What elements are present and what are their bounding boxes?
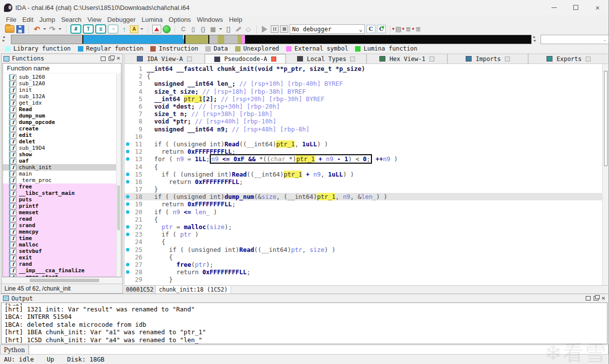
- function-row[interactable]: fsub_19D4: [3, 145, 117, 151]
- function-row[interactable]: ffree: [3, 183, 117, 190]
- code-line[interactable]: 20 if ( n9 <= len_ ): [124, 208, 603, 216]
- menu-jump[interactable]: Jump: [36, 16, 58, 23]
- function-row[interactable]: fmain: [3, 171, 117, 177]
- code-line[interactable]: 29 }: [124, 276, 603, 283]
- function-row[interactable]: fRead: [3, 106, 117, 113]
- script-c-icon[interactable]: C: [179, 25, 187, 33]
- menu-debugger[interactable]: Debugger: [104, 16, 138, 23]
- function-row[interactable]: f__imp___cxa_finalize: [3, 267, 117, 274]
- menu-lumina[interactable]: Lumina: [138, 16, 166, 23]
- code-line[interactable]: 5 __int64 ptr_1[2]; // [rsp+20h] [rbp-30…: [124, 95, 603, 103]
- code-line[interactable]: 12 return 0xFFFFFFFFLL;: [124, 148, 603, 155]
- start-process-icon[interactable]: [261, 25, 269, 33]
- script-grid-icon[interactable]: ▦: [209, 25, 217, 33]
- close-panel-icon[interactable]: ✕: [117, 56, 121, 61]
- code-line[interactable]: 2{: [124, 72, 603, 80]
- output-log[interactable]: [hrt] [hrt] 1321 init: Var "result" was …: [1, 303, 608, 344]
- restore-button[interactable]: [565, 0, 587, 15]
- set-color-icon[interactable]: A: [130, 25, 138, 33]
- tab-close-box-icon[interactable]: [429, 57, 434, 61]
- pause-process-icon[interactable]: [271, 25, 279, 33]
- pseudocode-view[interactable]: 1__int64 __fastcall chunk_init(void **p_…: [124, 63, 609, 286]
- script-braces-icon[interactable]: {}: [199, 25, 207, 33]
- brackets-icon[interactable]: []: [224, 25, 233, 33]
- functions-panel-header[interactable]: Functions ✕: [1, 54, 122, 63]
- nav-band-segment[interactable]: [209, 35, 218, 44]
- code-line[interactable]: 27 free(ptr);: [124, 261, 603, 268]
- menu-file[interactable]: File: [3, 16, 19, 23]
- code-line[interactable]: 11 if ( (unsigned int)Read((__int64)ptr_…: [124, 140, 603, 148]
- code-line[interactable]: 16 return 0xFFFFFFFFLL;: [124, 178, 603, 185]
- nav-band-segments[interactable]: [11, 35, 532, 44]
- code-line[interactable]: 9 unsigned __int64 n9; // [rsp+48h] [rbp…: [124, 125, 603, 133]
- python-button[interactable]: Python: [0, 345, 29, 355]
- code-line[interactable]: 14 {: [124, 163, 603, 170]
- open-file-icon[interactable]: [5, 25, 14, 33]
- function-row[interactable]: fmalloc: [3, 242, 117, 248]
- function-row[interactable]: fcreate: [3, 125, 117, 132]
- function-row[interactable]: fget_idx: [3, 100, 117, 106]
- window-list-2-icon[interactable]: ≣: [404, 25, 413, 33]
- nav-band-segment[interactable]: [185, 35, 208, 44]
- nav-band-right-arrows-icon[interactable]: ►◄: [533, 35, 536, 42]
- function-row[interactable]: fchunk_init: [3, 164, 117, 171]
- function-row[interactable]: f__gmon_start__: [3, 274, 117, 277]
- tab-close-box-icon[interactable]: [187, 57, 192, 61]
- tab-close-box-icon[interactable]: [271, 57, 276, 61]
- function-row[interactable]: fmemcpy: [3, 229, 117, 235]
- diamond-icon[interactable]: ◇: [244, 25, 252, 33]
- jump-back-dropdown-icon[interactable]: [43, 28, 46, 31]
- function-row[interactable]: finit: [3, 87, 117, 93]
- function-row[interactable]: frand: [3, 261, 117, 267]
- nav-band-combo[interactable]: ⌄: [541, 35, 609, 44]
- code-line[interactable]: 18 if ( (unsigned int)dump_num(&size, (_…: [124, 193, 603, 200]
- code-line[interactable]: 24 {: [124, 238, 603, 245]
- code-line[interactable]: 17 }: [124, 185, 603, 193]
- code-line[interactable]: 13 for ( n9 = 1LL;n9 <= 0xF && *((char *…: [124, 155, 603, 163]
- code-line[interactable]: 19 return 0xFFFFFFFFLL;: [124, 200, 603, 208]
- code-line[interactable]: 4 size_t size; // [rsp+18h] [rbp-38h] BY…: [124, 88, 603, 95]
- tab-imports[interactable]: Imports: [447, 54, 528, 63]
- maximize-panel-icon[interactable]: [586, 296, 591, 301]
- python-input[interactable]: [29, 345, 609, 355]
- jump-forward-dropdown-icon[interactable]: [59, 28, 61, 31]
- text-view-icon[interactable]: T: [83, 24, 94, 34]
- close-button[interactable]: ×: [587, 0, 609, 15]
- function-row[interactable]: fedit: [3, 132, 117, 138]
- open-c-file-icon[interactable]: C: [366, 25, 375, 33]
- function-row[interactable]: fdump_num: [3, 113, 117, 119]
- tab-close-box-icon[interactable]: [505, 57, 510, 61]
- window-list-1-icon[interactable]: ▤: [394, 25, 403, 33]
- jump-up-icon[interactable]: ↑: [120, 25, 128, 33]
- code-line[interactable]: 3 unsigned __int64 len_; // [rsp+10h] [r…: [124, 80, 603, 87]
- function-row[interactable]: f_term_proc: [3, 177, 117, 183]
- code-line[interactable]: 1__int64 __fastcall chunk_init(void **p_…: [124, 65, 603, 72]
- function-row[interactable]: fsub_12A0: [3, 80, 117, 87]
- nav-band-segment[interactable]: [245, 35, 531, 44]
- script-dropdown-icon[interactable]: [219, 28, 222, 31]
- tab-close-box-icon[interactable]: [586, 57, 591, 61]
- function-row[interactable]: fdump_opcode: [3, 119, 117, 125]
- jump-forward-icon[interactable]: ↶: [48, 25, 57, 33]
- function-row[interactable]: fmemset: [3, 209, 117, 216]
- code-line[interactable]: 21 {: [124, 216, 603, 223]
- nav-band-segment[interactable]: [83, 35, 184, 44]
- menu-search[interactable]: Search: [58, 16, 84, 23]
- function-row[interactable]: fprintf: [3, 203, 117, 209]
- nav-band-segment[interactable]: [224, 35, 238, 44]
- function-row[interactable]: fputs: [3, 196, 117, 203]
- pseudocode-vertical-scrollbar[interactable]: [602, 64, 609, 285]
- output-panel-header[interactable]: Output ✕: [0, 294, 609, 303]
- tab-hex-view-1[interactable]: Hex View-1: [366, 54, 447, 63]
- minimize-button[interactable]: [543, 0, 565, 15]
- code-line[interactable]: 25 if ( (unsigned int)Read((__int64)ptr,…: [124, 246, 603, 253]
- menu-edit[interactable]: Edit: [19, 16, 36, 23]
- menu-windows[interactable]: Windows: [194, 16, 226, 23]
- hex-view-icon[interactable]: ≡: [95, 24, 106, 34]
- nav-band-segment[interactable]: [11, 35, 82, 44]
- menu-help[interactable]: Help: [226, 16, 245, 23]
- function-name-column-header[interactable]: Function name: [3, 63, 121, 73]
- tab-close-box-icon[interactable]: [350, 57, 355, 61]
- code-line[interactable]: 23 if ( ptr ): [124, 231, 603, 238]
- tab-local-types[interactable]: Local Types: [286, 54, 366, 63]
